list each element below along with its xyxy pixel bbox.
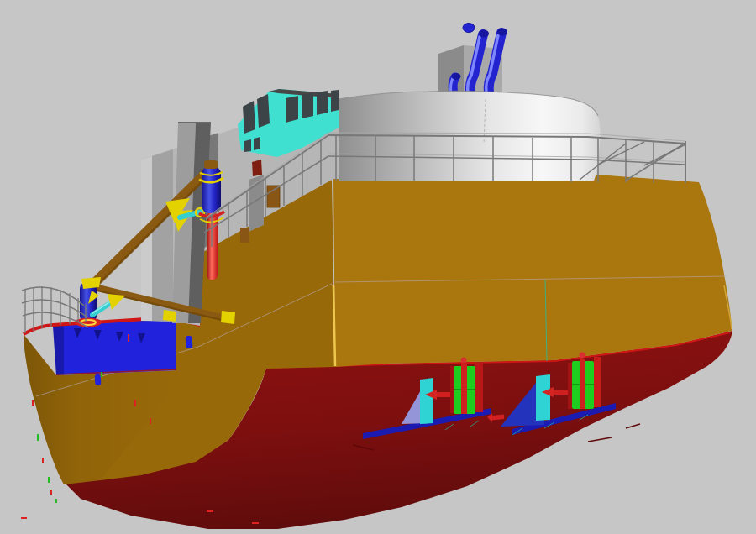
fitting-block-low [163,310,176,322]
wall-strip-mid [152,149,173,322]
pipe-top-cap-1 [479,30,489,38]
superstructure-door[interactable] [267,186,280,207]
fitting-block-beam-end [221,311,235,324]
rudder-strut-near [475,362,483,412]
pipe-top-cap-short [452,73,461,80]
luffing-cylinder-cap [204,160,218,169]
plate-cyan [420,378,433,424]
cad-viewport[interactable] [0,0,756,534]
pipe-top-cap-loose [463,24,475,33]
rudder-stock-knob [461,358,467,364]
plate-cyan [536,374,550,421]
rudder-stock-knob [580,353,585,359]
rudder-stock [580,359,585,409]
rudder-strut-far [568,363,572,409]
bow-cylinder-bracket [81,277,101,289]
pipe-top-cap-2 [497,29,507,36]
prop-shaft [552,390,569,395]
rudder-stock [461,364,467,414]
rudder-strut-near [594,357,601,407]
wheelhouse-door[interactable] [252,160,262,176]
superstructure-door-2[interactable] [240,228,249,243]
foredeck-blue[interactable] [53,318,176,375]
hull-side-plating[interactable] [333,174,732,367]
